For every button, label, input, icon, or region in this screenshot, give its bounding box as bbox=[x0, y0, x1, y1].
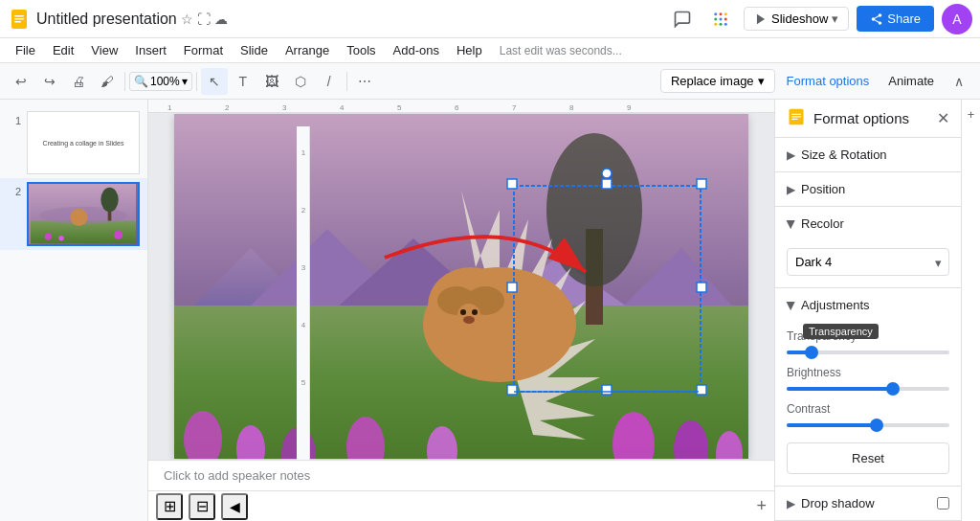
user-avatar[interactable]: A bbox=[942, 4, 972, 34]
main-layout: 1 Creating a collage in Slides 2 bbox=[0, 100, 980, 521]
top-bar-right: Slideshow ▾ Share A bbox=[667, 4, 972, 34]
canvas-area: 1 2 3 4 5 6 7 8 9 bbox=[148, 100, 774, 521]
google-apps-icon[interactable] bbox=[705, 4, 736, 34]
drop-shadow-title: Drop shadow bbox=[801, 496, 937, 510]
drop-shadow-header[interactable]: ▶ Drop shadow bbox=[775, 487, 961, 520]
brightness-label: Brightness bbox=[787, 366, 949, 379]
presentation-title[interactable]: Untitled presentation bbox=[36, 11, 177, 28]
drop-shadow-checkbox[interactable] bbox=[937, 497, 949, 510]
svg-point-10 bbox=[714, 22, 717, 25]
adjustments-header[interactable]: ▶ Adjustments bbox=[775, 288, 961, 322]
cloud-icon[interactable]: ☁ bbox=[214, 11, 228, 27]
replace-image-arrow: ▾ bbox=[758, 74, 765, 88]
slide-thumb-2[interactable]: 2 bbox=[0, 178, 147, 249]
paint-format-button[interactable]: 🖌 bbox=[94, 68, 121, 95]
add-slide-button[interactable]: + bbox=[756, 496, 767, 516]
replace-image-button[interactable]: Replace image ▾ bbox=[660, 69, 775, 93]
svg-text:3: 3 bbox=[301, 263, 306, 272]
horizontal-ruler: 1 2 3 4 5 6 7 8 9 bbox=[148, 100, 774, 113]
brightness-thumb[interactable] bbox=[886, 382, 900, 396]
comments-icon[interactable] bbox=[667, 4, 698, 34]
position-arrow: ▶ bbox=[787, 183, 795, 196]
collapse-panel-button[interactable]: ◀ bbox=[221, 493, 248, 520]
toolbar-collapse-button[interactable]: ∧ bbox=[946, 68, 972, 95]
toolbar: ↩ ↪ 🖨 🖌 🔍 100% ▾ ↖ T 🖼 ⬡ / ⋯ Replace ima… bbox=[0, 63, 980, 100]
cursor-tool[interactable]: ↖ bbox=[201, 68, 228, 95]
speaker-notes[interactable]: Click to add speaker notes bbox=[148, 460, 774, 490]
canvas-content[interactable]: 1 2 3 4 5 bbox=[148, 113, 774, 460]
slideshow-button[interactable]: Slideshow ▾ bbox=[744, 7, 849, 31]
reset-button[interactable]: Reset bbox=[787, 442, 949, 474]
slide-num-2: 2 bbox=[8, 186, 21, 197]
recolor-title: Recolor bbox=[801, 216, 949, 231]
list-view-button[interactable]: ⊟ bbox=[189, 493, 215, 520]
side-panel-expand[interactable]: + bbox=[968, 107, 975, 122]
contrast-track-fill bbox=[787, 423, 877, 427]
recolor-header[interactable]: ▶ Recolor bbox=[775, 207, 961, 240]
slide-num-1: 1 bbox=[8, 115, 21, 126]
folder-icon[interactable]: ⛶ bbox=[197, 11, 211, 27]
shape-tool[interactable]: ⬡ bbox=[287, 68, 314, 95]
transparency-tooltip: Transparency bbox=[803, 324, 879, 339]
text-tool[interactable]: T bbox=[230, 68, 256, 95]
brightness-slider-track bbox=[787, 387, 949, 391]
slide-preview-2[interactable] bbox=[27, 182, 140, 245]
slide-thumb-1[interactable]: 1 Creating a collage in Slides bbox=[0, 107, 147, 178]
menu-file[interactable]: File bbox=[8, 41, 43, 59]
menu-view[interactable]: View bbox=[83, 41, 125, 59]
contrast-slider-track bbox=[787, 423, 949, 427]
redo-button[interactable]: ↪ bbox=[36, 68, 63, 95]
divider-2 bbox=[196, 72, 197, 91]
more-tools[interactable]: ⋯ bbox=[351, 68, 378, 95]
svg-text:2: 2 bbox=[225, 103, 230, 112]
svg-point-20 bbox=[45, 234, 52, 240]
svg-point-4 bbox=[714, 12, 717, 15]
size-rotation-title: Size & Rotation bbox=[801, 147, 949, 162]
panel-header: Format options ✕ bbox=[775, 100, 961, 138]
vertical-ruler: 1 2 3 4 5 bbox=[297, 126, 310, 460]
slide-canvas[interactable] bbox=[174, 114, 748, 459]
undo-button[interactable]: ↩ bbox=[8, 68, 34, 95]
transparency-thumb[interactable] bbox=[805, 346, 818, 359]
share-button[interactable]: Share bbox=[857, 6, 934, 32]
menu-slide[interactable]: Slide bbox=[233, 41, 276, 59]
menu-help[interactable]: Help bbox=[449, 41, 490, 59]
position-header[interactable]: ▶ Position bbox=[775, 172, 961, 206]
svg-text:9: 9 bbox=[627, 103, 632, 112]
size-rotation-arrow: ▶ bbox=[787, 148, 795, 162]
svg-point-21 bbox=[58, 236, 64, 241]
zoom-icon: 🔍 bbox=[134, 75, 148, 88]
svg-text:6: 6 bbox=[455, 103, 459, 112]
image-tool[interactable]: 🖼 bbox=[258, 68, 285, 95]
title-area: Untitled presentation ☆ ⛶ ☁ bbox=[36, 11, 228, 28]
menu-arrange[interactable]: Arrange bbox=[278, 41, 337, 59]
zoom-arrow: ▾ bbox=[182, 75, 188, 88]
contrast-thumb[interactable] bbox=[870, 419, 883, 432]
slide-preview-1[interactable]: Creating a collage in Slides bbox=[27, 111, 140, 174]
divider-3 bbox=[346, 72, 347, 91]
star-icon[interactable]: ☆ bbox=[181, 11, 193, 27]
recolor-select[interactable]: Dark 4 No recolor Dark 1 Dark 2 Dark 3 L… bbox=[787, 248, 949, 276]
svg-rect-67 bbox=[697, 385, 706, 395]
svg-rect-65 bbox=[507, 385, 517, 395]
menu-edit[interactable]: Edit bbox=[45, 41, 81, 59]
menu-tools[interactable]: Tools bbox=[339, 41, 383, 59]
adjustments-section: ▶ Adjustments Transparency Transparency bbox=[775, 288, 961, 487]
menu-format[interactable]: Format bbox=[176, 41, 231, 59]
svg-point-19 bbox=[70, 209, 87, 226]
panel-close-button[interactable]: ✕ bbox=[937, 109, 949, 127]
app-logo bbox=[8, 8, 31, 31]
zoom-selector[interactable]: 🔍 100% ▾ bbox=[129, 72, 192, 91]
menu-insert[interactable]: Insert bbox=[127, 41, 174, 59]
grid-view-button[interactable]: ⊞ bbox=[156, 493, 183, 520]
format-options-button[interactable]: Format options bbox=[779, 70, 878, 92]
menu-addons[interactable]: Add-ons bbox=[386, 41, 447, 59]
divider-1 bbox=[124, 72, 125, 91]
animate-button[interactable]: Animate bbox=[880, 70, 942, 92]
svg-point-49 bbox=[546, 133, 642, 286]
line-tool[interactable]: / bbox=[316, 68, 343, 95]
size-rotation-header[interactable]: ▶ Size & Rotation bbox=[775, 138, 961, 171]
recolor-arrow: ▶ bbox=[785, 219, 798, 228]
adjustments-arrow: ▶ bbox=[785, 301, 798, 309]
print-button[interactable]: 🖨 bbox=[65, 68, 92, 95]
